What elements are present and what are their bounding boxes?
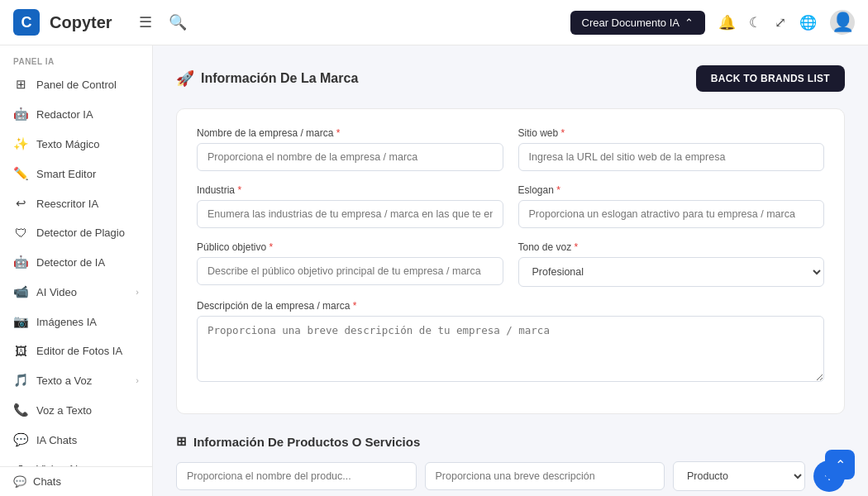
sidebar-item-detector-ia[interactable]: 🤖 Detector de IA: [0, 247, 152, 277]
products-section-header: ⊞ Información De Productos O Servicios: [176, 434, 845, 449]
sidebar-item-label: Smart Editor: [36, 168, 96, 180]
description-textarea[interactable]: [197, 316, 824, 382]
required-star: *: [336, 127, 341, 139]
ai-video-icon: 📹: [13, 284, 28, 299]
sidebar-item-label: Editor de Fotos IA: [36, 345, 122, 357]
form-row-1: Nombre de la empresa / marca * Sitio web…: [197, 127, 824, 171]
chats-icon: 💬: [13, 475, 26, 488]
sidebar-item-ai-video[interactable]: 📹 AI Video ›: [0, 277, 152, 307]
audience-group: Público objetivo *: [197, 241, 503, 287]
website-input[interactable]: [518, 143, 825, 171]
description-label: Descripción de la empresa / marca *: [197, 300, 824, 312]
industry-input[interactable]: [197, 200, 503, 228]
sidebar-item-label: Detector de Plagio: [36, 227, 125, 239]
sidebar-item-texto-magico[interactable]: ✨ Texto Mágico: [0, 129, 152, 159]
texto-magico-icon: ✨: [13, 136, 28, 151]
brand-title-icon: 🚀: [176, 69, 194, 88]
required-star5: *: [269, 241, 273, 253]
required-star3: *: [237, 184, 241, 196]
sidebar-item-label: Texto Mágico: [36, 138, 100, 150]
sidebar-item-label: Panel de Control: [36, 79, 117, 91]
required-star6: *: [575, 241, 579, 253]
industry-group: Industria *: [197, 184, 503, 228]
sidebar-item-voz-texto[interactable]: 📞 Voz a Texto: [0, 395, 152, 425]
chevron-right-icon2: ›: [136, 375, 139, 385]
form-row-2: Industria * Eslogan *: [197, 184, 824, 228]
detector-ia-icon: 🤖: [13, 255, 28, 269]
back-to-brands-btn[interactable]: BACK TO BRANDS LIST: [696, 65, 845, 92]
brand-form-card: Nombre de la empresa / marca * Sitio web…: [176, 108, 845, 414]
logo-icon: C: [13, 9, 40, 36]
crear-documento-btn[interactable]: Crear Documento IA ⌃: [570, 11, 706, 35]
sidebar-item-label: Texto a Voz: [36, 374, 92, 387]
tone-select[interactable]: Profesional Casual Formal Amigable: [518, 257, 825, 287]
sidebar-item-reescritor-ia[interactable]: ↩ Reescritor IA: [0, 188, 152, 218]
sidebar-section-label: PANEL IA: [0, 45, 152, 69]
avatar-icon[interactable]: 👤: [830, 10, 855, 35]
slogan-group: Eslogan *: [518, 184, 825, 228]
slogan-input[interactable]: [518, 200, 825, 228]
products-section-icon: ⊞: [176, 434, 187, 449]
form-row-4: Descripción de la empresa / marca *: [197, 300, 824, 382]
required-star4: *: [556, 184, 560, 196]
bell-icon[interactable]: 🔔: [718, 14, 736, 31]
bottom-chats-bar[interactable]: 💬 Chats: [0, 466, 153, 496]
sidebar-item-imagenes-ia[interactable]: 📷 Imágenes IA: [0, 307, 152, 336]
audience-input[interactable]: [197, 257, 503, 285]
form-row-3: Público objetivo * Tono de voz * Profesi…: [197, 241, 824, 287]
sidebar-item-label: Redactor IA: [36, 108, 93, 121]
imagenes-ia-icon: 📷: [13, 314, 28, 329]
brand-title-text: Información De La Marca: [201, 71, 358, 86]
company-name-group: Nombre de la empresa / marca *: [197, 127, 503, 171]
layout: PANEL IA ⊞ Panel de Control 🤖 Redactor I…: [0, 45, 868, 496]
sidebar-item-panel-control[interactable]: ⊞ Panel de Control: [0, 69, 152, 99]
sidebar-item-label: Reescritor IA: [36, 198, 98, 210]
expand-icon[interactable]: ⤢: [775, 14, 786, 31]
topnav: C Copyter ☰ 🔍 Crear Documento IA ⌃ 🔔 ☾ ⤢…: [0, 0, 868, 45]
panel-control-icon: ⊞: [13, 77, 28, 92]
voz-texto-icon: 📞: [13, 403, 28, 417]
sidebar-item-label: Voz a Texto: [36, 404, 92, 417]
sidebar-item-label: IA Chats: [36, 434, 77, 446]
nav-right: Crear Documento IA ⌃ 🔔 ☾ ⤢ 🌐 👤: [570, 10, 856, 35]
detector-plagio-icon: 🛡: [13, 226, 28, 240]
redactor-ia-icon: 🤖: [13, 107, 28, 122]
globe-icon[interactable]: 🌐: [799, 14, 817, 31]
product-type-select[interactable]: Producto Servicio: [673, 461, 805, 491]
required-star7: *: [353, 300, 357, 312]
website-label: Sitio web *: [518, 127, 825, 139]
chats-label: Chats: [33, 475, 61, 488]
description-group: Descripción de la empresa / marca *: [197, 300, 824, 382]
smart-editor-icon: ✏️: [13, 166, 28, 181]
sidebar-item-editor-fotos-ia[interactable]: 🖼 Editor de Fotos IA: [0, 336, 152, 365]
ia-chats-icon: 💬: [13, 432, 28, 447]
sidebar-item-smart-editor[interactable]: ✏️ Smart Editor: [0, 159, 152, 188]
audience-label: Público objetivo *: [197, 241, 503, 253]
tone-group: Tono de voz * Profesional Casual Formal …: [518, 241, 825, 287]
brand-section-title: 🚀 Información De La Marca: [176, 69, 358, 88]
industry-label: Industria *: [197, 184, 503, 196]
sidebar-item-texto-voz[interactable]: 🎵 Texto a Voz ›: [0, 365, 152, 395]
sidebar-item-label: Detector de IA: [36, 256, 105, 269]
product-name-input[interactable]: [176, 462, 417, 490]
sidebar-item-label: AI Video: [36, 286, 77, 298]
product-desc-input[interactable]: [425, 462, 665, 490]
sidebar-item-label: Imágenes IA: [36, 316, 97, 328]
sidebar-item-redactor-ia[interactable]: 🤖 Redactor IA: [0, 99, 152, 129]
sidebar: PANEL IA ⊞ Panel de Control 🤖 Redactor I…: [0, 45, 153, 496]
scroll-top-btn[interactable]: ⌃: [825, 450, 855, 479]
menu-icon[interactable]: ☰: [136, 10, 155, 35]
logo-text: Copyter: [50, 13, 112, 32]
reescritor-ia-icon: ↩: [13, 196, 28, 211]
search-icon[interactable]: 🔍: [165, 10, 190, 35]
company-name-input[interactable]: [197, 143, 503, 171]
sidebar-item-ia-chats[interactable]: 💬 IA Chats: [0, 425, 152, 455]
editor-fotos-icon: 🖼: [13, 344, 28, 358]
website-group: Sitio web *: [518, 127, 825, 171]
products-row: Producto Servicio +: [176, 460, 845, 492]
moon-icon[interactable]: ☾: [749, 14, 761, 31]
sidebar-item-detector-plagio[interactable]: 🛡 Detector de Plagio: [0, 218, 152, 247]
required-star2: *: [561, 127, 565, 139]
chevron-right-icon: ›: [136, 287, 139, 297]
brand-section-header: 🚀 Información De La Marca BACK TO BRANDS…: [176, 65, 845, 92]
